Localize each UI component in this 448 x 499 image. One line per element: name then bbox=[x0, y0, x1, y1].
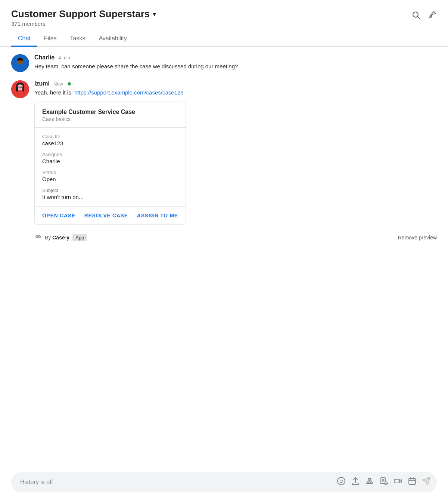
case-id-value: case123 bbox=[42, 140, 178, 146]
case-card: Example Customer Service Case Case basic… bbox=[34, 102, 186, 225]
search-icon[interactable] bbox=[411, 10, 420, 22]
app-badge: App bbox=[72, 234, 87, 241]
case-card-body: Case ID case123 Assignee Charlie Status … bbox=[35, 128, 186, 207]
upload-icon[interactable] bbox=[351, 477, 360, 488]
avatar-charlie bbox=[11, 54, 29, 72]
case-link[interactable]: https://support.example.com/cases/case12… bbox=[74, 89, 184, 96]
assignee-label: Assignee bbox=[42, 152, 178, 157]
header-left: Customer Support Superstars ▾ 371 member… bbox=[11, 8, 156, 27]
case-field-assignee: Assignee Charlie bbox=[42, 152, 178, 164]
svg-rect-32 bbox=[394, 479, 399, 483]
drive-icon[interactable] bbox=[365, 477, 374, 488]
attribution-row: By Case-y App Remove preview bbox=[34, 233, 437, 242]
resolve-case-button[interactable]: RESOLVE CASE bbox=[84, 213, 128, 218]
dropdown-icon[interactable]: ▾ bbox=[153, 10, 156, 18]
charlie-text: Hey team, can someone please share the c… bbox=[34, 62, 238, 71]
izumi-message-header: Izumi Now bbox=[34, 80, 186, 87]
svg-point-17 bbox=[19, 87, 19, 88]
svg-point-22 bbox=[337, 477, 345, 485]
svg-point-8 bbox=[21, 61, 22, 61]
status-value: Open bbox=[42, 176, 178, 182]
svg-point-7 bbox=[19, 61, 19, 61]
avatar-izumi bbox=[11, 80, 29, 98]
case-field-status: Status Open bbox=[42, 170, 178, 182]
tab-tasks[interactable]: Tasks bbox=[63, 31, 92, 46]
message-row: Charlie 4 min Hey team, can someone plea… bbox=[11, 54, 437, 72]
header-actions bbox=[411, 10, 437, 22]
input-bar: History is off bbox=[11, 472, 437, 492]
case-id-label: Case ID bbox=[42, 134, 178, 139]
svg-point-18 bbox=[21, 87, 22, 88]
svg-line-1 bbox=[418, 17, 420, 19]
attribution-text: By Case-y bbox=[45, 235, 69, 241]
tab-files[interactable]: Files bbox=[37, 31, 63, 46]
header: Customer Support Superstars ▾ 371 member… bbox=[0, 0, 448, 27]
case-field-subject: Subject It won't turn on... bbox=[42, 187, 178, 200]
charlie-sender: Charlie bbox=[34, 54, 55, 61]
izumi-time: Now bbox=[53, 81, 63, 87]
members-count: 371 members bbox=[11, 21, 156, 27]
case-field-id: Case ID case123 bbox=[42, 134, 178, 146]
svg-rect-33 bbox=[409, 478, 416, 484]
status-label: Status bbox=[42, 170, 178, 175]
charlie-message-content: Charlie 4 min Hey team, can someone plea… bbox=[34, 54, 238, 72]
tab-chat[interactable]: Chat bbox=[11, 31, 37, 46]
emoji-icon[interactable] bbox=[337, 477, 346, 488]
svg-rect-13 bbox=[22, 86, 24, 92]
svg-rect-12 bbox=[16, 86, 18, 92]
izumi-text-prefix: Yeah, here it is: bbox=[34, 89, 74, 96]
izumi-text: Yeah, here it is: https://support.exampl… bbox=[34, 89, 186, 97]
izumi-sender: Izumi bbox=[34, 80, 50, 87]
input-bar-wrapper: History is off bbox=[0, 467, 448, 499]
remove-preview-button[interactable]: Remove preview bbox=[398, 235, 437, 241]
charlie-time: 4 min bbox=[58, 55, 70, 61]
subject-value: It won't turn on... bbox=[42, 194, 178, 200]
assignee-value: Charlie bbox=[42, 158, 178, 164]
izumi-message-content: Izumi Now Yeah, here it is: https://supp… bbox=[34, 80, 186, 225]
group-name: Customer Support Superstars bbox=[11, 8, 150, 20]
case-card-title: Example Customer Service Case bbox=[42, 109, 178, 115]
chat-area: Charlie 4 min Hey team, can someone plea… bbox=[0, 47, 448, 246]
tabs: Chat Files Tasks Availability bbox=[0, 31, 448, 47]
svg-point-23 bbox=[340, 480, 340, 481]
svg-point-5 bbox=[16, 65, 24, 71]
assign-to-me-button[interactable]: ASSIGN TO ME bbox=[137, 213, 178, 218]
izumi-message-row: Izumi Now Yeah, here it is: https://supp… bbox=[11, 80, 437, 225]
subject-label: Subject bbox=[42, 187, 178, 193]
video-icon[interactable] bbox=[393, 477, 402, 488]
send-icon[interactable] bbox=[422, 477, 431, 488]
case-card-actions: OPEN CASE RESOLVE CASE ASSIGN TO ME bbox=[35, 207, 186, 224]
charlie-message-header: Charlie 4 min bbox=[34, 54, 238, 61]
header-title: Customer Support Superstars ▾ bbox=[11, 8, 156, 20]
svg-point-24 bbox=[342, 480, 343, 481]
svg-point-19 bbox=[16, 92, 24, 97]
input-icons bbox=[337, 477, 431, 488]
case-card-subtitle: Case basics bbox=[42, 116, 178, 122]
casey-logo-icon bbox=[34, 233, 42, 242]
pin-icon[interactable] bbox=[428, 10, 437, 22]
calendar-icon[interactable] bbox=[408, 477, 417, 488]
tab-availability[interactable]: Availability bbox=[92, 31, 133, 46]
message-input-placeholder[interactable]: History is off bbox=[20, 479, 332, 486]
online-indicator bbox=[68, 82, 71, 86]
open-case-button[interactable]: OPEN CASE bbox=[42, 213, 75, 218]
case-card-header: Example Customer Service Case Case basic… bbox=[35, 102, 186, 128]
new-doc-icon[interactable] bbox=[379, 477, 388, 488]
